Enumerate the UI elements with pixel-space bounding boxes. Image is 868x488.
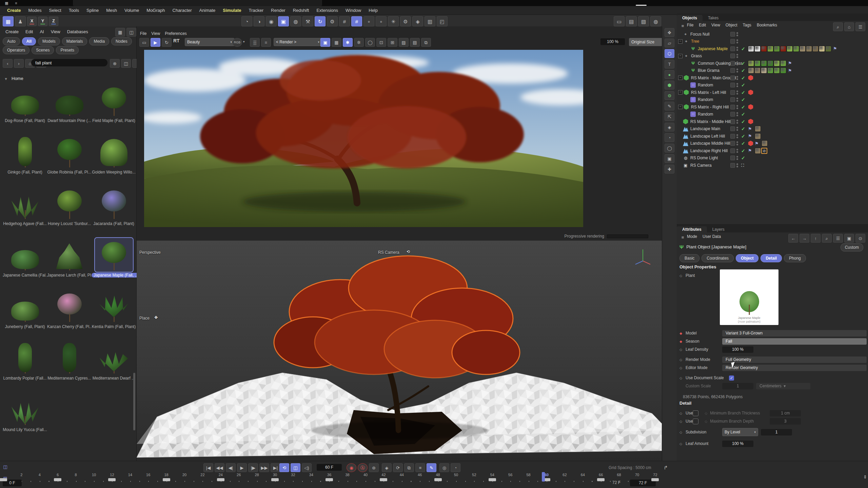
plant-item[interactable]: Mediterranean Cypres...: [47, 341, 92, 381]
coordinate-system-icon[interactable]: ♟: [15, 16, 26, 26]
material-chip[interactable]: [754, 60, 761, 66]
magnet-icon[interactable]: ◈: [665, 123, 674, 131]
keyframe-marker[interactable]: [163, 478, 170, 481]
at-menu-mode[interactable]: Mode: [687, 234, 697, 239]
simulate-icon[interactable]: ▣: [278, 16, 289, 26]
menu-select[interactable]: Select: [45, 8, 65, 13]
edit-toggle-icon[interactable]: [730, 105, 735, 109]
visibility-dots[interactable]: [736, 126, 738, 131]
material-chip[interactable]: [767, 60, 773, 66]
edit-toggle-icon[interactable]: [730, 54, 735, 58]
dyn-icon[interactable]: ◔: [451, 463, 460, 472]
visibility-dots[interactable]: [736, 46, 738, 52]
object-row-focus-null[interactable]: ⌖Focus Null: [677, 30, 868, 38]
filter-models[interactable]: Models: [38, 37, 60, 45]
interactive-render-icon[interactable]: ◉: [266, 16, 277, 26]
move-icon[interactable]: ✥: [665, 28, 674, 37]
menu-render[interactable]: Render: [267, 8, 289, 13]
expander-icon[interactable]: −: [678, 76, 683, 80]
anim-dot-icon[interactable]: ◇: [679, 274, 683, 278]
keyframe-red-icon[interactable]: ◆: [679, 331, 683, 335]
place-tool-icon[interactable]: ✥: [154, 315, 158, 320]
attr-tab-object[interactable]: Object: [736, 254, 758, 262]
phong-tag-icon[interactable]: ⚑: [755, 141, 759, 146]
browser-menu-databases[interactable]: Databases: [64, 29, 92, 34]
season-dropdown[interactable]: Fall: [722, 338, 867, 345]
edit-toggle-icon[interactable]: [730, 68, 735, 73]
search-input[interactable]: fall plant: [31, 59, 107, 66]
keyframe-selection-icon[interactable]: ⊚: [369, 463, 379, 472]
visibility-dots[interactable]: [736, 148, 738, 154]
plant-item[interactable]: Juneberry (Fall, Plant): [3, 289, 47, 329]
object-row-landscape-left-hill[interactable]: Landscape Left Hill✓⚑: [677, 133, 868, 140]
region-icon[interactable]: ⊞: [388, 38, 397, 47]
settings-icon[interactable]: ⚙: [327, 16, 338, 26]
keyframe-marker[interactable]: [54, 478, 61, 481]
key-position-icon[interactable]: ◈: [382, 463, 392, 472]
back-icon[interactable]: ←: [788, 234, 798, 243]
render-setting-dropdown[interactable]: < Render >▾: [274, 38, 322, 46]
material-chip[interactable]: [767, 67, 773, 74]
keyframe-marker[interactable]: [489, 478, 496, 481]
material-chip[interactable]: [755, 126, 761, 132]
enabled-check-icon[interactable]: ✓: [741, 134, 745, 139]
object-row-blue-grama[interactable]: ΨBlue Grama✓⚑: [677, 67, 868, 74]
viewport-camera-label[interactable]: Perspective: [139, 250, 161, 255]
redshift-tag-icon[interactable]: [748, 90, 753, 95]
plant-item[interactable]: Ginkgo (Fall, Plant): [3, 135, 47, 175]
plant-item[interactable]: Golden Weeping Willo...: [92, 135, 136, 175]
play-render-icon[interactable]: ▶: [151, 38, 160, 47]
goto-end-icon[interactable]: ▶|: [271, 463, 280, 472]
tag-icon[interactable]: ✚: [665, 165, 674, 174]
object-row-rs-matrix-right-hill[interactable]: −RS Matrix - Right Hill✓: [677, 103, 868, 110]
redshift-tag-icon[interactable]: [748, 75, 753, 81]
visibility-dots[interactable]: [736, 119, 738, 124]
axis-z-button[interactable]: Z: [49, 17, 58, 26]
keyframe-dot-icon[interactable]: ◇: [679, 358, 683, 362]
axis-x-button[interactable]: X: [27, 17, 37, 26]
edit-toggle-icon[interactable]: [730, 126, 735, 131]
keyframe-dot-icon[interactable]: ◇: [679, 348, 683, 351]
text-icon[interactable]: T: [665, 60, 674, 68]
material-chip[interactable]: [754, 46, 761, 52]
loop-icon[interactable]: ⟲: [279, 463, 289, 472]
material-chip[interactable]: [787, 46, 793, 52]
use-doc-scale-checkbox[interactable]: ✓: [729, 375, 734, 381]
panel-burger-icon[interactable]: ≡: [678, 22, 687, 30]
prev-key-icon[interactable]: ◀◀: [215, 463, 224, 472]
phong-tag-icon[interactable]: ⚑: [748, 148, 752, 153]
tab-takes[interactable]: Takes: [703, 15, 724, 21]
grid-snap-icon[interactable]: #: [351, 16, 362, 26]
cube-icon[interactable]: ⬡: [665, 49, 674, 58]
edit-toggle-icon[interactable]: [730, 90, 735, 95]
visibility-dots[interactable]: [736, 141, 738, 146]
plant-item[interactable]: Dog-Rose (Fall, Plant): [3, 83, 47, 123]
tab-objects[interactable]: Objects: [677, 15, 703, 21]
shield-icon[interactable]: ◈: [412, 16, 423, 26]
playhead[interactable]: [542, 472, 545, 482]
next-frame-icon[interactable]: |▶: [248, 463, 258, 472]
box-icon[interactable]: ▥: [425, 16, 435, 26]
keyframe-dot-icon[interactable]: ◇: [679, 430, 683, 434]
menu-animate[interactable]: Animate: [196, 8, 219, 13]
key-params-icon[interactable]: ≡: [415, 463, 425, 472]
object-row-japanese-maple[interactable]: ΨJapanese Maple✓⚑: [677, 45, 868, 52]
expander-icon[interactable]: −: [678, 39, 683, 44]
menu-simulate[interactable]: Simulate: [219, 8, 245, 13]
keyframe-marker[interactable]: [597, 478, 605, 481]
forward-icon[interactable]: →: [800, 234, 809, 243]
om-menu-file[interactable]: File: [687, 23, 693, 27]
current-frame-field[interactable]: 60 F: [317, 464, 342, 471]
plane-icon[interactable]: ▱: [665, 39, 674, 47]
material-chip[interactable]: [774, 67, 780, 74]
keyframe-dot-icon[interactable]: ◇: [679, 420, 683, 423]
rt-label[interactable]: RT: [173, 38, 180, 43]
leaf-amount-field[interactable]: 100 %: [722, 441, 753, 447]
goto-start-icon[interactable]: |◀: [203, 463, 213, 472]
thumb-view-icon[interactable]: ▦: [115, 28, 125, 37]
filter-media[interactable]: Media: [89, 37, 109, 45]
redshift-tag-icon[interactable]: [748, 104, 753, 110]
menu-tracker[interactable]: Tracker: [245, 8, 267, 13]
object-row-random[interactable]: ∷Random✓: [677, 111, 868, 118]
edit-toggle-icon[interactable]: [730, 163, 735, 168]
